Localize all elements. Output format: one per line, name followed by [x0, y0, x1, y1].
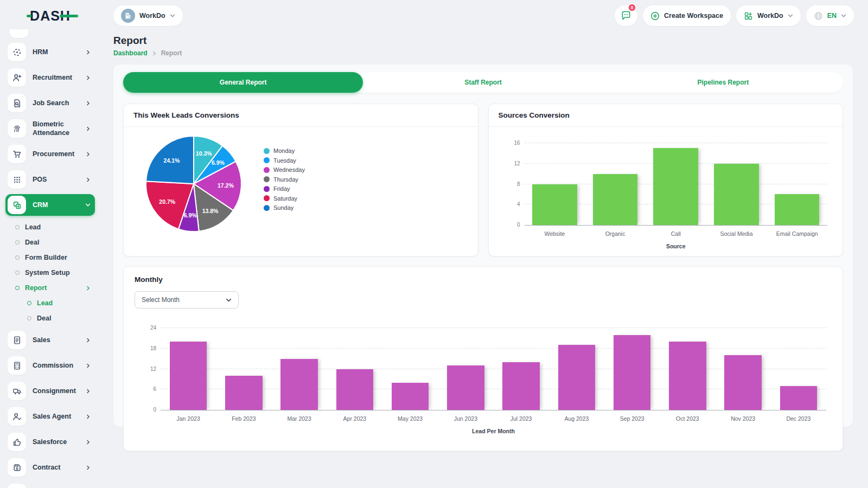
tab-staff-report[interactable]: Staff Report	[363, 72, 603, 93]
legend-dot-icon	[264, 167, 270, 173]
crm-icon	[8, 196, 26, 214]
bar-dec-2023[interactable]	[780, 386, 818, 410]
pie-slice-label: 13.8%	[202, 208, 219, 214]
sidebar-subitem-label: Report	[25, 284, 80, 292]
sidebar-item-label: Commission	[33, 361, 79, 370]
workdo-menu-button[interactable]: WorkDo	[736, 5, 801, 26]
messages-button[interactable]: 0	[615, 5, 637, 26]
y-axis-tick: 16	[501, 140, 520, 146]
sidebar-subitem-deal[interactable]: Deal	[5, 235, 95, 250]
x-axis-label: Mar 2023	[272, 415, 327, 422]
sidebar-subitem-label: Form Builder	[25, 254, 91, 261]
card-title: This Week Leads Conversions	[124, 104, 478, 127]
select-month-dropdown[interactable]: Select Month	[135, 291, 239, 309]
create-workspace-button[interactable]: Create Workspace	[643, 5, 731, 26]
sidebar-item-label: Contract	[33, 463, 79, 472]
tab-general-report[interactable]: General Report	[123, 72, 363, 93]
select-month-value: Select Month	[142, 296, 180, 304]
sidebar-subitem-system-setup[interactable]: System Setup	[5, 265, 95, 280]
bar-call[interactable]	[653, 148, 698, 225]
sidebar-item-indiamart[interactable]: Indiamart	[5, 482, 95, 488]
legend-item-sunday[interactable]: Sunday	[264, 204, 305, 211]
sidebar-item-biometric-attendance[interactable]: Biometric Attendance	[5, 118, 95, 139]
sidebar-item-sales-agent[interactable]: Sales Agent	[5, 406, 95, 427]
bar-jan-2023[interactable]	[170, 342, 207, 410]
workspace-switcher[interactable]: WorkDo	[113, 5, 183, 26]
legend-label: Tuesday	[273, 157, 296, 164]
bar-column	[438, 365, 493, 410]
bar-website[interactable]	[532, 184, 577, 226]
sidebar-subitem-lead[interactable]: Lead	[5, 220, 95, 235]
bar-may-2023[interactable]	[392, 383, 429, 410]
sidebar-item-recruitment[interactable]: Recruitment	[5, 67, 95, 88]
sidebar-subitem-report-lead[interactable]: Lead	[5, 296, 95, 311]
sidebar-item-salesforce[interactable]: Salesforce	[5, 431, 95, 453]
bar-jul-2023[interactable]	[502, 362, 540, 410]
sidebar-item-label: Sales	[33, 336, 79, 344]
bar-feb-2023[interactable]	[225, 376, 263, 410]
fingerprint-icon	[8, 119, 26, 138]
bars	[525, 134, 828, 225]
monthly-title: Monthly	[135, 275, 832, 284]
legend-item-wednesday[interactable]: Wednesday	[264, 166, 305, 173]
bar-aug-2023[interactable]	[558, 345, 596, 410]
bar-column	[660, 342, 715, 410]
hrm-icon	[8, 43, 26, 61]
legend-item-friday[interactable]: Friday	[264, 185, 305, 192]
brand-logo[interactable]: DASH	[30, 8, 71, 24]
bar-nov-2023[interactable]	[724, 355, 762, 410]
calculator-icon	[8, 356, 26, 375]
legend-item-monday[interactable]: Monday	[264, 147, 305, 154]
x-axis-label: Email Campaign	[767, 230, 827, 237]
plus-circle-icon	[650, 11, 660, 21]
sidebar-item-crm[interactable]: CRM	[5, 194, 95, 216]
sidebar-item-commission[interactable]: Commission	[5, 355, 95, 376]
sidebar-item-consignment[interactable]: Consignment	[5, 380, 95, 402]
legend-item-thursday[interactable]: Thursday	[264, 176, 305, 183]
legend-item-saturday[interactable]: Saturday	[264, 195, 305, 202]
legend-label: Sunday	[273, 204, 293, 211]
chevron-down-icon	[170, 13, 175, 18]
sidebar-item-procurement[interactable]: Procurement	[5, 143, 95, 165]
week-leads-pie-chart[interactable]: 10.3%6.9%17.2%13.8%6.9%20.7%24.1%	[144, 134, 243, 233]
bar-social-media[interactable]	[714, 164, 759, 225]
legend-item-tuesday[interactable]: Tuesday	[264, 157, 305, 164]
breadcrumb-dashboard-link[interactable]: Dashboard	[113, 49, 148, 57]
bar-organic[interactable]	[593, 174, 638, 225]
sidebar-subitem-report-deal[interactable]: Deal	[5, 311, 95, 326]
tab-pipelines-report[interactable]: Pipelines Report	[603, 72, 843, 93]
sidebar-subitem-report[interactable]: Report	[5, 280, 95, 296]
pie-slice-label: 6.9%	[212, 159, 225, 166]
chevron-right-icon	[86, 286, 91, 291]
x-axis-label: Jun 2023	[438, 415, 493, 422]
sidebar-item-contract[interactable]: Contract	[5, 457, 95, 478]
legend-dot-icon	[264, 186, 270, 192]
sidebar-item-job-search[interactable]: Job Search	[5, 92, 95, 114]
legend-dot-icon	[264, 176, 270, 182]
bar-mar-2023[interactable]	[280, 359, 318, 410]
sidebar-item-sales[interactable]: Sales	[5, 329, 95, 351]
chevron-right-icon	[86, 152, 91, 157]
sidebar-subitem-label: System Setup	[25, 269, 91, 277]
sidebar-item-pos[interactable]: POS	[5, 169, 95, 190]
bar-jun-2023[interactable]	[447, 365, 484, 410]
sales-doc-icon	[8, 331, 26, 349]
x-axis-label: Jul 2023	[494, 415, 549, 422]
job-search-icon	[8, 94, 26, 112]
x-axis-label: Website	[525, 230, 585, 237]
bar-apr-2023[interactable]	[336, 369, 374, 410]
bar-oct-2023[interactable]	[669, 342, 706, 410]
bar-sep-2023[interactable]	[614, 335, 651, 410]
breadcrumb-current: Report	[161, 49, 182, 57]
bars	[161, 319, 826, 410]
truck-icon	[8, 382, 26, 400]
sidebar-subitem-form-builder[interactable]: Form Builder	[5, 250, 95, 265]
app-root: DASH WorkDo 0 Create Workspace WorkDo	[0, 0, 868, 488]
topbar: WorkDo 0 Create Workspace WorkDo EN	[100, 0, 868, 27]
report-tabbar: General Report Staff Report Pipelines Re…	[123, 72, 843, 93]
bar-column	[494, 362, 549, 410]
language-selector[interactable]: EN	[806, 5, 854, 26]
sidebar-item-hrm[interactable]: HRM	[5, 41, 95, 63]
bar-email-campaign[interactable]	[775, 194, 820, 225]
chevron-down-icon	[841, 13, 846, 18]
